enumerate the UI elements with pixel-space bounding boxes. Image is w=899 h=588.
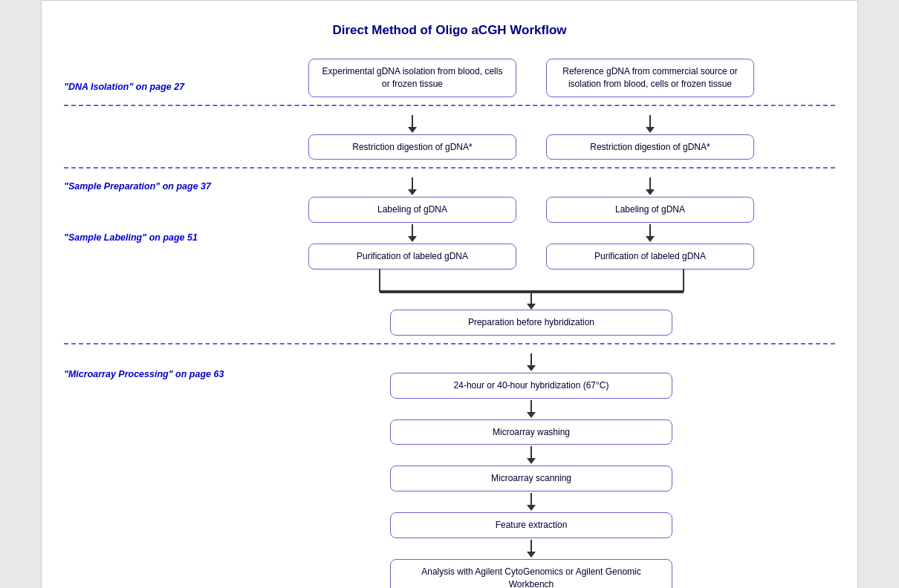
feature-extraction-container: Feature extraction [227, 512, 835, 538]
analysis-container: Analysis with Agilent CytoGenomics or Ag… [227, 559, 835, 588]
washing-container: Microarray washing [227, 419, 835, 445]
box-hybridization: 24-hour or 40-hour hybridization (67°C) [390, 373, 672, 399]
box-exp-gdna: Experimental gDNA isolation from blood, … [308, 59, 516, 97]
join-lines [227, 270, 835, 292]
hyb-container: 24-hour or 40-hour hybridization (67°C) [227, 373, 835, 399]
scanning-container: Microarray scanning [227, 466, 835, 491]
box-purification-left: Purification of labeled gDNA [308, 244, 516, 270]
page-container: Direct Method of Oligo aCGH Workflow "DN… [41, 0, 858, 588]
restriction-row: Restriction digestion of gDNA* Restricti… [227, 114, 835, 160]
box-ref-gdna: Reference gDNA from commercial source or… [546, 59, 754, 97]
dashed-sep-2 [64, 167, 835, 169]
label-sample-prep: "Sample Preparation" on page 37 [64, 180, 227, 192]
labeling-row: Labeling of gDNA Labeling of gDNA [227, 176, 835, 223]
box-restriction-right: Restriction digestion of gDNA* [546, 134, 754, 160]
dashed-sep-3 [64, 343, 835, 344]
top-row: Experimental gDNA isolation from blood, … [227, 59, 835, 97]
box-prep-hybridization: Preparation before hybridization [390, 310, 672, 336]
arrow-3 [527, 353, 536, 371]
arrow-5 [527, 446, 536, 464]
left-labels: "DNA Isolation" on page 27 "Sample Prepa… [64, 59, 227, 588]
box-scanning: Microarray scanning [390, 466, 672, 491]
main-title: Direct Method of Oligo aCGH Workflow [64, 23, 835, 38]
box-restriction-left: Restriction digestion of gDNA* [308, 134, 516, 160]
arrow-to-prep [227, 292, 835, 310]
label-sample-labeling: "Sample Labeling" on page 51 [64, 232, 227, 244]
dashed-sep-1 [64, 105, 835, 106]
box-purification-right: Purification of labeled gDNA [546, 244, 754, 270]
flow-diagram: Experimental gDNA isolation from blood, … [227, 59, 835, 588]
label-microarray-processing: "Microarray Processing" on page 63 [64, 368, 227, 380]
box-analysis: Analysis with Agilent CytoGenomics or Ag… [390, 559, 672, 588]
label-dna-isolation: "DNA Isolation" on page 27 [64, 81, 227, 93]
box-labeling-left: Labeling of gDNA [308, 197, 516, 223]
box-labeling-right: Labeling of gDNA [546, 197, 754, 223]
purification-row: Purification of labeled gDNA Purificatio… [227, 223, 835, 270]
arrow-6 [527, 493, 536, 511]
arrow-7 [527, 540, 536, 558]
box-washing: Microarray washing [390, 419, 672, 445]
prep-hyb-container: Preparation before hybridization [227, 310, 835, 336]
box-feature-extraction: Feature extraction [390, 512, 672, 538]
arrow-4 [527, 400, 536, 418]
